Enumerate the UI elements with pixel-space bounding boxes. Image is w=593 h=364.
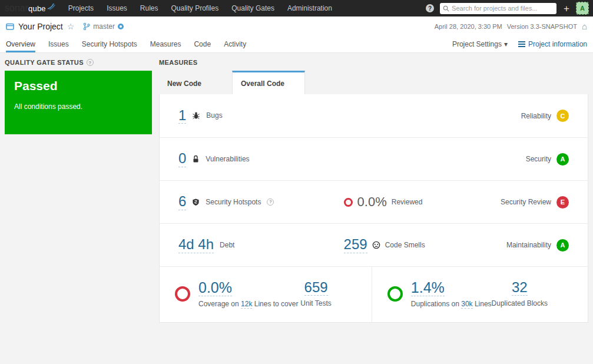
- vulnerabilities-count[interactable]: 0: [178, 151, 186, 167]
- add-project-button[interactable]: +: [562, 4, 571, 14]
- tab-issues[interactable]: Issues: [48, 36, 69, 52]
- duplications-value[interactable]: 1.4%: [411, 279, 445, 296]
- project-settings-dropdown[interactable]: Project Settings ▾: [452, 40, 508, 48]
- project-nav-right: Project Settings ▾ Project information: [452, 36, 587, 52]
- duplications-caption: Duplications on 30k Lines: [411, 300, 492, 308]
- unit-tests-count[interactable]: 659: [304, 280, 328, 296]
- project-header: Your Project ☆ master April 28, 2020, 3:…: [0, 16, 593, 36]
- unit-tests-metric: 659 Unit Tests: [300, 280, 331, 307]
- code-smells-count[interactable]: 259: [344, 237, 367, 253]
- project-information-button[interactable]: Project information: [518, 40, 587, 48]
- measure-row-bugs: 1 Bugs Reliability C: [160, 94, 588, 137]
- debt-metric: 4d 4h Debt: [178, 237, 234, 253]
- measures-section-title: MEASURES: [159, 59, 588, 66]
- code-smells-metric: 259 Code Smells: [344, 237, 425, 253]
- debt-value[interactable]: 4d 4h: [178, 237, 214, 253]
- tab-code[interactable]: Code: [194, 36, 211, 52]
- security-review-rating: Security Review E: [501, 196, 569, 209]
- branch-status-icon[interactable]: [118, 24, 124, 29]
- hotspots-count[interactable]: 6: [178, 194, 186, 210]
- maintainability-rating: Maintainability A: [506, 239, 569, 252]
- security-label: Security: [526, 155, 551, 163]
- logo-text-bold: sonar: [5, 3, 28, 14]
- shield-icon: [192, 198, 200, 206]
- reviewed-label: Reviewed: [392, 198, 423, 206]
- logo-swoosh-icon: [47, 3, 55, 10]
- hotspots-label: Security Hotspots: [206, 198, 261, 206]
- unit-tests-label: Unit Tests: [300, 299, 331, 307]
- project-header-left: Your Project ☆ master: [6, 22, 124, 31]
- coverage-metric: 0.0% Coverage on 12k Lines to cover: [198, 280, 298, 308]
- duplicated-lines-link[interactable]: 30k: [461, 300, 472, 309]
- hotspots-help-icon[interactable]: ?: [267, 198, 274, 206]
- sonarqube-logo[interactable]: sonar qube: [5, 3, 55, 14]
- tab-overview[interactable]: Overview: [6, 36, 35, 52]
- home-icon[interactable]: ⌂: [582, 22, 587, 31]
- code-smell-icon: [372, 241, 380, 249]
- bugs-count[interactable]: 1: [178, 108, 186, 124]
- duplicated-blocks-metric: 32 Duplicated Blocks: [492, 280, 548, 307]
- tab-overall-code[interactable]: Overall Code: [232, 71, 305, 94]
- bugs-metric: 1 Bugs: [178, 108, 223, 124]
- nav-item-quality-gates[interactable]: Quality Gates: [231, 4, 274, 12]
- tab-new-code[interactable]: New Code: [159, 73, 232, 94]
- project-header-right: April 28, 2020, 3:30 PM Version 3.3-SNAP…: [435, 22, 587, 31]
- sonarqube-app: sonar qube Projects Issues Rules Quality…: [0, 0, 593, 329]
- hotspots-metric: 6 Security Hotspots ?: [178, 194, 274, 210]
- nav-item-issues[interactable]: Issues: [107, 4, 127, 12]
- quality-gate-help-icon[interactable]: ?: [87, 59, 94, 66]
- lines-to-cover-link[interactable]: 12k: [241, 300, 252, 309]
- security-rating-badge: A: [556, 153, 569, 166]
- search-icon: [443, 5, 449, 12]
- quality-gate-description: All conditions passed.: [14, 102, 143, 111]
- project-icon: [6, 22, 14, 31]
- search-input[interactable]: [452, 5, 554, 12]
- branch-name: master: [93, 22, 115, 31]
- reliability-label: Reliability: [521, 112, 551, 120]
- user-avatar[interactable]: A: [577, 2, 588, 14]
- lock-icon: [192, 155, 200, 163]
- help-icon[interactable]: ?: [426, 4, 434, 12]
- nav-item-projects[interactable]: Projects: [68, 4, 94, 12]
- security-review-label: Security Review: [501, 198, 551, 206]
- measures-bottom: 0.0% Coverage on 12k Lines to cover 659 …: [160, 266, 588, 322]
- tab-security-hotspots[interactable]: Security Hotspots: [82, 36, 137, 52]
- security-review-rating-badge: E: [556, 196, 569, 209]
- coverage-cell: 0.0% Coverage on 12k Lines to cover 659 …: [160, 267, 372, 322]
- reliability-rating: Reliability C: [521, 110, 569, 122]
- reviewed-value: 0.0%: [357, 194, 387, 210]
- branch-selector[interactable]: master: [83, 22, 124, 31]
- overview-content: QUALITY GATE STATUS ? Passed All conditi…: [0, 53, 593, 329]
- debt-label: Debt: [220, 241, 234, 249]
- duplications-metric: 1.4% Duplications on 30k Lines: [411, 280, 492, 308]
- global-search[interactable]: [440, 3, 556, 14]
- vulnerabilities-metric: 0 Vulnerabilities: [178, 151, 250, 167]
- favorite-star-icon[interactable]: ☆: [67, 22, 75, 31]
- measure-row-security-hotspots: 6 Security Hotspots ? 0.0%: [160, 180, 588, 223]
- tab-activity[interactable]: Activity: [224, 36, 246, 52]
- project-settings-label: Project Settings: [452, 40, 502, 48]
- tab-measures[interactable]: Measures: [150, 36, 181, 52]
- navbar-right: ? + A: [426, 2, 588, 14]
- nav-item-quality-profiles[interactable]: Quality Profiles: [171, 4, 219, 12]
- coverage-ring-icon: [175, 286, 190, 302]
- quality-gate-card: Passed All conditions passed.: [5, 71, 152, 134]
- vulnerabilities-label: Vulnerabilities: [206, 155, 249, 163]
- nav-item-rules[interactable]: Rules: [140, 4, 158, 12]
- duplications-ring-icon: [387, 286, 403, 302]
- global-navbar: sonar qube Projects Issues Rules Quality…: [0, 0, 593, 16]
- coverage-value[interactable]: 0.0%: [198, 279, 232, 296]
- project-title[interactable]: Your Project: [18, 22, 63, 31]
- project-information-label: Project information: [528, 40, 587, 48]
- logo-text-light: qube: [28, 4, 46, 13]
- duplicated-blocks-count[interactable]: 32: [512, 280, 528, 296]
- measures-card: 1 Bugs Reliability C: [159, 94, 588, 323]
- list-icon: [518, 41, 525, 48]
- bug-icon: [192, 111, 200, 120]
- reviewed-ring-icon: [344, 198, 353, 207]
- nav-item-administration[interactable]: Administration: [287, 4, 332, 12]
- measure-row-maintainability: 4d 4h Debt 259 Cod: [160, 223, 588, 266]
- branch-icon: [83, 22, 90, 31]
- maintainability-label: Maintainability: [506, 241, 551, 249]
- project-nav: Overview Issues Security Hotspots Measur…: [0, 36, 593, 53]
